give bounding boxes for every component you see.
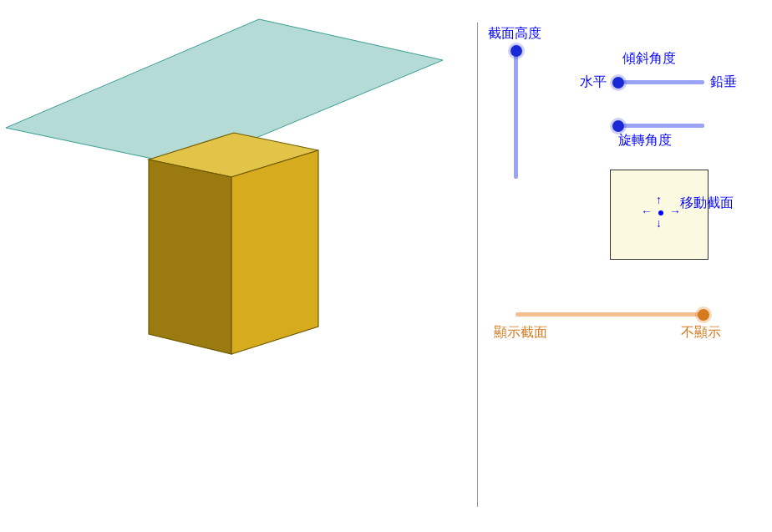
- height-slider-thumb[interactable]: [510, 45, 522, 57]
- visibility-right-label: 不顯示: [681, 324, 721, 342]
- joystick-label: 移動截面: [680, 195, 734, 212]
- arrow-left-icon[interactable]: ←: [641, 205, 653, 217]
- arrow-right-icon[interactable]: →: [669, 205, 681, 217]
- arrow-up-icon[interactable]: ↑: [656, 194, 662, 205]
- panel-divider: [477, 23, 478, 507]
- svg-marker-2: [149, 160, 231, 354]
- visibility-left-label: 顯示截面: [494, 324, 547, 342]
- arrow-down-icon[interactable]: ↓: [656, 217, 662, 229]
- controls-panel: 截面高度 傾斜角度 水平 鉛垂 旋轉角度 ↑ ↓ ← → 移動截面 顯示截面 不…: [480, 0, 772, 532]
- height-slider[interactable]: [514, 45, 518, 179]
- viewport-3d[interactable]: [0, 0, 476, 532]
- rotate-slider-label: 旋轉角度: [618, 132, 672, 149]
- move-joystick[interactable]: ↑ ↓ ← →: [610, 170, 709, 260]
- tilt-slider-label: 傾斜角度: [622, 50, 676, 68]
- tilt-slider[interactable]: [612, 80, 704, 84]
- tilt-left-label: 水平: [580, 73, 607, 91]
- rectangular-prism: [149, 133, 318, 354]
- rotate-slider-thumb[interactable]: [612, 120, 624, 132]
- visibility-slider-thumb[interactable]: [698, 309, 709, 321]
- tilt-right-label: 鉛垂: [710, 73, 737, 91]
- visibility-slider[interactable]: [516, 312, 703, 317]
- visibility-slider-track: [516, 312, 703, 317]
- rotate-slider[interactable]: [612, 124, 704, 128]
- joystick-center-dot[interactable]: [658, 210, 663, 215]
- height-slider-track: [514, 45, 518, 179]
- svg-marker-3: [231, 150, 318, 354]
- height-slider-label: 截面高度: [488, 25, 541, 43]
- scene-svg: [0, 0, 476, 532]
- tilt-slider-thumb[interactable]: [612, 77, 624, 89]
